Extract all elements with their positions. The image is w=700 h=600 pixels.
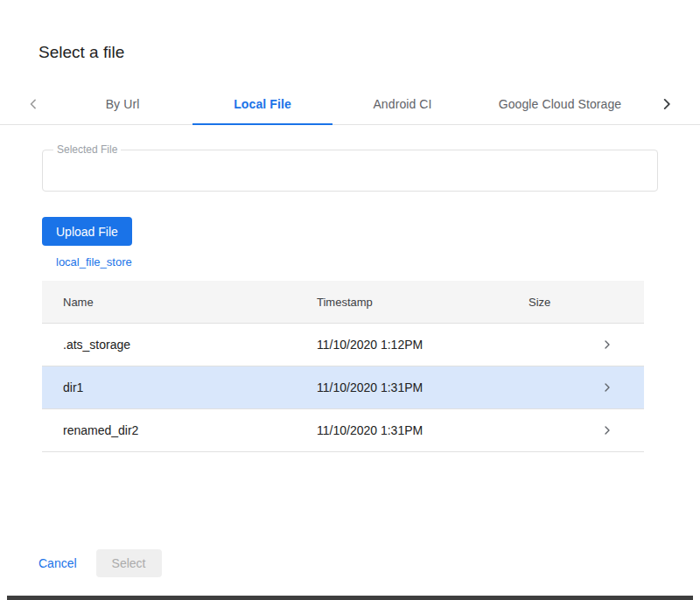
selected-file-input[interactable] [43,150,657,191]
tab-label: Local File [234,97,291,111]
tabs-scroll-right-button[interactable] [648,84,686,124]
dialog-actions: Cancel Select [38,549,162,577]
tab-local-file[interactable]: Local File [192,84,332,124]
tab-by-url[interactable]: By Url [52,84,192,124]
table-row[interactable]: renamed_dir2 11/10/2020 1:31PM [42,409,644,452]
upload-file-button[interactable]: Upload File [42,217,132,246]
tab-google-cloud-storage[interactable]: Google Cloud Storage [472,84,648,124]
table-row[interactable]: .ats_storage 11/10/2020 1:12PM [42,324,644,366]
tab-label: Android CI [373,97,431,111]
file-timestamp: 11/10/2020 1:31PM [317,423,528,437]
chevron-right-icon [570,380,644,394]
table-row[interactable]: dir1 11/10/2020 1:31PM [42,366,644,409]
tab-android-ci[interactable]: Android CI [332,84,472,124]
file-timestamp: 11/10/2020 1:31PM [317,380,528,394]
column-header-size: Size [528,296,570,309]
local-file-store-link[interactable]: local_file_store [56,255,132,269]
cancel-button[interactable]: Cancel [38,556,77,570]
chevron-right-icon [570,423,644,437]
tab-list: By Url Local File Android CI Google Clou… [52,84,648,124]
dialog-title: Select a file [38,43,124,62]
selected-file-label: Selected File [53,143,121,156]
page-bottom-edge [7,596,693,600]
tab-label: Google Cloud Storage [499,97,622,111]
file-timestamp: 11/10/2020 1:12PM [317,338,528,352]
tab-bar: By Url Local File Android CI Google Clou… [0,84,700,125]
file-table: Name Timestamp Size .ats_storage 11/10/2… [42,281,644,452]
chevron-right-icon [657,94,676,114]
select-button[interactable]: Select [96,549,162,577]
tabs-scroll-left-button[interactable] [14,84,52,124]
table-header-row: Name Timestamp Size [42,281,644,324]
chevron-right-icon [570,338,644,352]
chevron-left-icon [24,95,42,113]
selected-file-field: Selected File [42,150,658,192]
select-file-dialog: Select a file By Url Local File Android … [0,0,700,600]
column-header-name: Name [42,296,317,309]
file-name: renamed_dir2 [42,423,317,437]
tab-label: By Url [106,97,140,111]
column-header-timestamp: Timestamp [317,296,528,309]
file-name: dir1 [42,380,317,394]
file-name: .ats_storage [42,338,317,352]
